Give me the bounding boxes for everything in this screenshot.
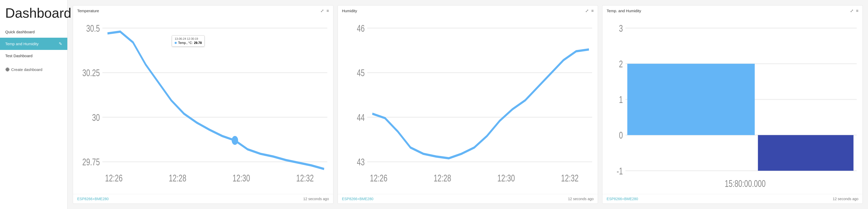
svg-text:12:26: 12:26 (105, 172, 122, 183)
plus-icon: ⊕ (5, 66, 10, 72)
svg-text:12:32: 12:32 (561, 172, 579, 183)
svg-point-12 (232, 136, 238, 145)
chart-card-temp-humidity: Temp. and Humidity ⤢ ≡ 3 2 1 0 -1 (602, 5, 863, 204)
time-ago-temp-humidity: 12 seconds ago (833, 197, 858, 201)
time-ago-humidity: 12 seconds ago (568, 197, 594, 201)
svg-text:-1: -1 (617, 165, 623, 177)
svg-text:12:26: 12:26 (370, 172, 387, 183)
sidebar-item-label: Quick dashboard (5, 30, 35, 34)
sidebar-item-test-dashboard[interactable]: Test Dashboard (0, 50, 67, 62)
svg-text:30: 30 (92, 112, 100, 123)
create-dashboard-button[interactable]: ⊕ Create dashboard (0, 63, 67, 76)
time-ago-temperature: 12 seconds ago (303, 197, 329, 201)
chart-icons-temperature: ⤢ ≡ (320, 9, 329, 13)
menu-icon-temperature[interactable]: ≡ (327, 9, 329, 13)
chart-footer-temp-humidity: ESP8266+BME280 12 seconds ago (602, 194, 863, 204)
chart-icons-temp-humidity: ⤢ ≡ (850, 9, 858, 13)
menu-icon-humidity[interactable]: ≡ (591, 9, 594, 13)
svg-text:45: 45 (357, 67, 365, 79)
chart-body-temp-humidity: 3 2 1 0 -1 15:80:00.000 (602, 14, 863, 194)
chart-footer-temperature: ESP8266+BME280 12 seconds ago (73, 194, 333, 204)
svg-text:3: 3 (619, 23, 623, 34)
menu-icon-temp-humidity[interactable]: ≡ (856, 9, 858, 13)
sidebar-item-label: Test Dashboard (5, 54, 32, 58)
sidebar-item-temp-humidity[interactable]: Temp and Humidity ✎ (0, 38, 67, 50)
chart-header-humidity: Humidity ⤢ ≡ (338, 5, 598, 14)
svg-text:12:30: 12:30 (232, 172, 250, 183)
svg-text:12:28: 12:28 (433, 172, 451, 183)
edit-icon: ✎ (59, 41, 62, 46)
app-title: Dashboard (0, 3, 67, 26)
svg-text:12:32: 12:32 (296, 172, 314, 183)
sidebar-item-label: Temp and Humidity (5, 41, 38, 46)
chart-body-temperature: 30.5 30.25 30 29.75 12:26 12:28 12:30 12… (73, 14, 333, 194)
svg-text:30.25: 30.25 (82, 67, 100, 79)
chart-icons-humidity: ⤢ ≡ (585, 9, 594, 13)
svg-text:15:80:00.000: 15:80:00.000 (725, 178, 766, 189)
device-link-temp-humidity[interactable]: ESP8266+BME280 (607, 197, 638, 201)
svg-text:29.75: 29.75 (82, 156, 100, 168)
expand-icon-humidity[interactable]: ⤢ (585, 9, 589, 13)
sidebar: Dashboard Quick dashboard Temp and Humid… (0, 0, 68, 209)
chart-header-temperature: Temperature ⤢ ≡ (73, 5, 333, 14)
chart-title-temperature: Temperature (77, 8, 99, 13)
sidebar-item-quick-dashboard[interactable]: Quick dashboard (0, 26, 67, 38)
chart-body-humidity: 46 45 44 43 12:26 12:28 12:30 12:32 (338, 14, 598, 194)
expand-icon-temp-humidity[interactable]: ⤢ (850, 9, 854, 13)
svg-rect-36 (627, 64, 755, 135)
create-dashboard-label: Create dashboard (11, 67, 42, 72)
svg-text:0: 0 (619, 130, 623, 141)
svg-text:43: 43 (357, 156, 365, 168)
svg-text:30.5: 30.5 (86, 23, 100, 34)
chart-card-temperature: Temperature ⤢ ≡ 30.5 30.25 30 29.75 12:2… (73, 5, 334, 204)
chart-card-humidity: Humidity ⤢ ≡ 46 45 44 43 12:26 12:28 (338, 5, 598, 204)
device-link-humidity[interactable]: ESP8266+BME280 (342, 197, 373, 201)
chart-header-temp-humidity: Temp. and Humidity ⤢ ≡ (602, 5, 863, 14)
svg-text:46: 46 (357, 23, 365, 34)
expand-icon-temperature[interactable]: ⤢ (320, 9, 324, 13)
svg-text:2: 2 (619, 58, 623, 69)
svg-text:44: 44 (357, 112, 365, 123)
chart-footer-humidity: ESP8266+BME280 12 seconds ago (338, 194, 598, 204)
chart-title-humidity: Humidity (342, 8, 357, 13)
main-content: Temperature ⤢ ≡ 30.5 30.25 30 29.75 12:2… (68, 0, 868, 209)
svg-text:12:28: 12:28 (169, 172, 186, 183)
chart-title-temp-humidity: Temp. and Humidity (607, 8, 641, 13)
device-link-temperature[interactable]: ESP8266+BME280 (77, 197, 108, 201)
humidity-svg: 46 45 44 43 12:26 12:28 12:30 12:32 (340, 16, 595, 194)
svg-rect-37 (758, 135, 854, 171)
temperature-svg: 30.5 30.25 30 29.75 12:26 12:28 12:30 12… (75, 16, 331, 194)
svg-text:1: 1 (619, 94, 623, 105)
svg-text:12:30: 12:30 (497, 172, 515, 183)
bar-chart-svg: 3 2 1 0 -1 15:80:00.000 (605, 16, 860, 194)
